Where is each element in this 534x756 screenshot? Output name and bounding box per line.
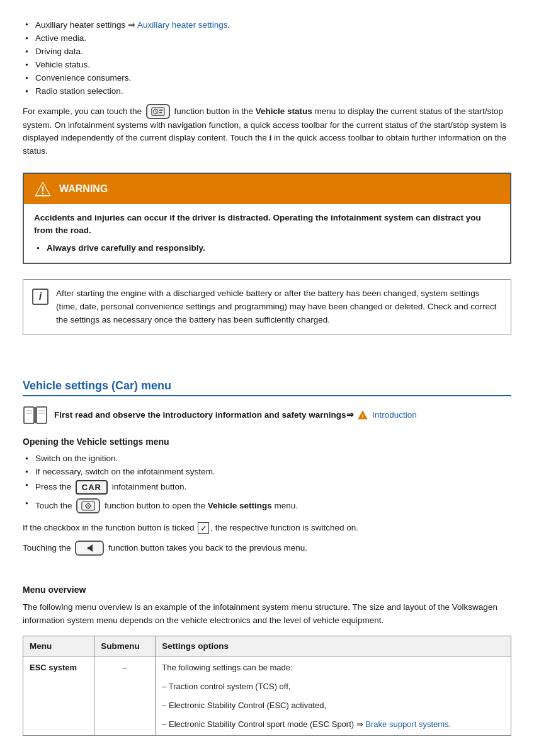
read-observe-text: First read and observe the introductory …: [54, 410, 417, 421]
svg-rect-7: [24, 407, 34, 423]
info-icon: i: [32, 289, 48, 305]
warning-box: ! WARNING Accidents and injuries can occ…: [23, 173, 511, 265]
menu-overview-heading: Menu overview: [23, 585, 511, 595]
vehicle-status-icon: [146, 104, 170, 119]
esc-menu-cell: ESC system: [23, 656, 94, 735]
info-text: After starting the engine with a dischar…: [56, 287, 502, 327]
book-icon: [23, 405, 48, 425]
svg-text:!: !: [362, 413, 364, 420]
top-bullet-list: Auxiliary heater settings ⇒ Auxiliary he…: [23, 18, 511, 98]
warning-triangle-icon: !: [34, 180, 52, 198]
car-button[interactable]: CAR: [76, 480, 108, 495]
section-heading: Vehicle settings (Car) menu: [23, 379, 511, 396]
warning-bullet-1: Always drive carefully and responsibly.: [34, 242, 500, 254]
warning-body: Accidents and injuries can occur if the …: [24, 204, 510, 263]
bullet-item-5: Convenience consumers.: [23, 71, 511, 84]
esc-label: ESC system: [30, 663, 77, 672]
checkbox-text: If the checkbox in the function button i…: [23, 522, 511, 534]
warning-bullets: Always drive carefully and responsibly.: [34, 242, 500, 254]
svg-rect-24: [88, 547, 93, 549]
warning-small-icon: !: [357, 410, 368, 421]
bullet-item-4: Vehicle status.: [23, 58, 511, 71]
bullet-item-2: Active media.: [23, 32, 511, 45]
table-row: ESC system – The following settings can …: [23, 656, 511, 735]
settings-function-icon: [76, 498, 100, 513]
step-4: Touch the function button to open the Ve…: [23, 496, 511, 515]
warning-title: WARNING: [59, 183, 108, 195]
col-submenu: Submenu: [94, 636, 156, 656]
menu-table: Menu Submenu Settings options ESC system…: [23, 636, 511, 736]
col-settings: Settings options: [156, 636, 511, 656]
checkbox-icon: ✓: [198, 522, 209, 534]
opening-heading: Opening the Vehicle settings menu: [23, 437, 511, 447]
read-observe-row: First read and observe the introductory …: [23, 405, 511, 425]
col-menu: Menu: [23, 636, 94, 656]
vehicle-settings-bold: Vehicle settings: [208, 501, 272, 510]
step-3: Press the CAR infotainment button.: [23, 478, 511, 496]
settings-tcs: – Traction control system (TCS) off,: [162, 682, 290, 691]
settings-intro: The following settings can be made:: [162, 663, 292, 672]
svg-rect-2: [159, 110, 162, 111]
back-button-icon: [75, 541, 104, 556]
steps-list: Switch on the ignition. If necessary, sw…: [23, 452, 511, 515]
bullet-item-3: Driving data.: [23, 45, 511, 58]
settings-esc-activated: – Electronic Stability Control (ESC) act…: [162, 701, 326, 710]
bullet-auxiliary: Auxiliary heater settings ⇒ Auxiliary he…: [35, 20, 230, 30]
table-header-row: Menu Submenu Settings options: [23, 636, 511, 656]
info-box: i After starting the engine with a disch…: [23, 279, 511, 335]
step-2: If necessary, switch on the infotainment…: [23, 465, 511, 478]
back-button-text: Touching the function button takes you b…: [23, 541, 511, 556]
svg-rect-8: [37, 407, 47, 423]
warning-body-text: Accidents and injuries can occur if the …: [34, 212, 500, 238]
esc-settings-cell: The following settings can be made: – Tr…: [156, 656, 511, 735]
auxiliary-link[interactable]: Auxiliary heater settings: [137, 20, 227, 30]
bullet-item-1: Auxiliary heater settings ⇒ Auxiliary he…: [23, 18, 511, 32]
svg-point-18: [88, 505, 89, 507]
bullet-item-6: Radio station selection.: [23, 84, 511, 98]
vehicle-status-bold: Vehicle status: [256, 106, 312, 116]
inline-paragraph: For example, you can touch the function …: [23, 104, 511, 158]
menu-overview-intro: The following menu overview is an exampl…: [23, 601, 511, 627]
svg-rect-3: [159, 112, 162, 113]
brake-link[interactable]: Brake support systems: [365, 719, 448, 729]
warning-header: ! WARNING: [24, 174, 510, 204]
svg-text:!: !: [41, 185, 44, 196]
settings-esc-sport: – Electronic Stability Control sport mod…: [162, 719, 354, 729]
esc-submenu-cell: –: [94, 656, 156, 735]
step-1: Switch on the ignition.: [23, 452, 511, 465]
intro-link[interactable]: Introduction: [372, 410, 417, 420]
